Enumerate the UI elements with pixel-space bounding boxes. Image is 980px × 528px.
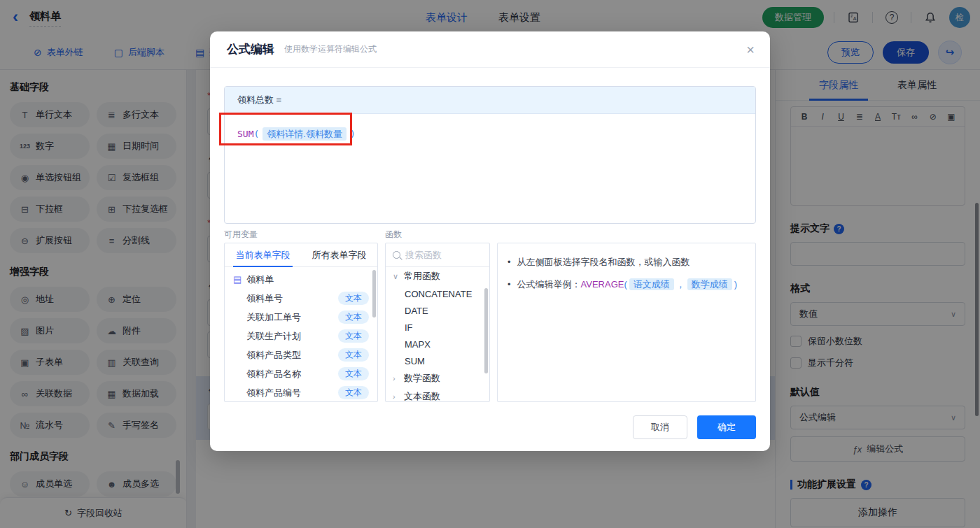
formula-field-chip[interactable]: 领料详情.领料数量 — [262, 127, 346, 141]
function-name: IF — [405, 322, 413, 333]
variable-type-badge: 文本 — [338, 311, 369, 324]
bullet-icon: • — [507, 278, 511, 291]
tip-prefix: 公式编辑举例： — [517, 279, 581, 290]
tip-text: 从左侧面板选择字段名和函数，或输入函数 — [517, 255, 690, 269]
function-group-label: 文本函数 — [404, 390, 440, 402]
tip-line-1: • 从左侧面板选择字段名和函数，或输入函数 — [507, 255, 746, 269]
function-search-input[interactable] — [405, 250, 475, 260]
formula-target: 领料总数 = — [225, 87, 755, 114]
function-item[interactable]: DATE — [386, 302, 489, 319]
variables-tabs: 当前表单字段 所有表单字段 — [225, 243, 377, 267]
tip-example: 公式编辑举例：AVERAGE(语文成绩，数学成绩) — [517, 278, 738, 291]
function-group-text[interactable]: › 文本函数 — [386, 387, 489, 402]
formula-body[interactable]: SUM(领料详情.领料数量) — [225, 114, 755, 155]
chevron-expanded-icon: ∨ — [393, 272, 400, 281]
variable-type-badge: 文本 — [338, 292, 369, 305]
tips-panel: • 从左侧面板选择字段名和函数，或输入函数 • 公式编辑举例：AVERAGE(语… — [497, 243, 756, 402]
search-icon — [393, 251, 400, 259]
variables-scrollbar[interactable] — [372, 270, 376, 317]
comma: ， — [676, 279, 685, 290]
function-item[interactable]: IF — [386, 319, 489, 336]
variable-type-badge: 文本 — [338, 367, 369, 380]
function-name: CONCATENATE — [405, 289, 472, 299]
variable-row[interactable]: 领料产品名称 文本 — [225, 364, 377, 383]
variable-name: 关联生产计划 — [246, 330, 301, 343]
variable-name: 领料产品类型 — [246, 349, 301, 362]
variable-type-badge: 文本 — [338, 348, 369, 362]
example-chip-2: 数学成绩 — [687, 278, 732, 290]
formula-function: SUM — [237, 129, 253, 139]
functions-scrollbar[interactable] — [484, 288, 488, 373]
variable-type-badge: 文本 — [338, 329, 369, 343]
function-name: DATE — [405, 306, 428, 316]
variable-row[interactable]: 关联生产计划 文本 — [225, 327, 377, 345]
modal-panels: 当前表单字段 所有表单字段 ▤ 领料单 领料单号 文本 — [224, 243, 756, 402]
document-icon: ▤ — [233, 274, 241, 285]
variable-row[interactable]: 领料单号 文本 — [225, 289, 377, 308]
variable-name: 领料产品名称 — [246, 368, 301, 380]
variable-type-badge: 文本 — [338, 386, 369, 399]
close-paren: ) — [350, 129, 356, 139]
function-group-label: 数学函数 — [404, 372, 440, 385]
variables-root-label: 领料单 — [246, 273, 274, 286]
modal-header: 公式编辑 使用数学运算符编辑公式 — [210, 31, 770, 68]
open-paren: ( — [624, 279, 626, 290]
variables-list: 领料单号 文本 关联加工单号 文本 关联生产计划 文本 — [225, 289, 377, 402]
function-item[interactable]: MAPX — [386, 336, 489, 352]
function-items: CONCATENATE DATE IF MAPX — [386, 285, 489, 369]
function-item[interactable]: CONCATENATE — [386, 285, 489, 302]
modal-title: 公式编辑 — [227, 41, 274, 57]
function-group-common[interactable]: ∨ 常用函数 — [386, 267, 489, 285]
variables-panel: 当前表单字段 所有表单字段 ▤ 领料单 领料单号 文本 — [224, 243, 378, 402]
panel-labels: 可用变量 函数 — [210, 229, 770, 241]
variable-row[interactable]: 领料产品编号 文本 — [225, 383, 377, 402]
variable-name: 领料单号 — [246, 292, 283, 305]
formula-editor[interactable]: 领料总数 = SUM(领料详情.领料数量) — [224, 86, 756, 224]
function-group-math[interactable]: › 数学函数 — [386, 369, 489, 387]
app-root: ‹ 领料单 表单设计 表单设置 数据管理 A ? 检 ⊘ — [0, 0, 980, 528]
example-function: AVERAGE — [581, 279, 624, 290]
chevron-collapsed-icon: › — [393, 374, 400, 383]
function-name: SUM — [405, 356, 425, 366]
close-icon[interactable]: × — [746, 43, 755, 57]
modal-footer: 取消 确定 — [633, 415, 756, 439]
tab-current-form-fields[interactable]: 当前表单字段 — [225, 243, 301, 266]
modal-subtitle: 使用数学运算符编辑公式 — [284, 43, 377, 55]
function-item[interactable]: SUM — [386, 352, 489, 369]
functions-label: 函数 — [385, 229, 402, 241]
close-paren: ) — [734, 279, 737, 290]
variable-name: 领料产品编号 — [246, 387, 301, 399]
variables-label: 可用变量 — [224, 229, 258, 241]
tab-all-form-fields[interactable]: 所有表单字段 — [301, 243, 377, 266]
variable-name: 关联加工单号 — [246, 311, 301, 324]
open-paren: ( — [253, 129, 259, 139]
function-group-label: 常用函数 — [404, 270, 440, 283]
example-chip-1: 语文成绩 — [629, 278, 674, 290]
tip-line-2: • 公式编辑举例：AVERAGE(语文成绩，数学成绩) — [507, 278, 746, 291]
variables-root[interactable]: ▤ 领料单 — [225, 270, 377, 289]
confirm-button[interactable]: 确定 — [697, 415, 756, 439]
function-search — [386, 243, 489, 267]
variable-row[interactable]: 领料产品类型 文本 — [225, 345, 377, 364]
cancel-button[interactable]: 取消 — [633, 415, 687, 439]
function-name: MAPX — [405, 339, 430, 350]
chevron-collapsed-icon: › — [393, 392, 400, 401]
variable-row[interactable]: 关联加工单号 文本 — [225, 308, 377, 327]
functions-panel: ∨ 常用函数 CONCATENATE DATE — [385, 243, 490, 402]
formula-editor-modal: 公式编辑 使用数学运算符编辑公式 × 领料总数 = SUM(领料详情.领料数量)… — [210, 31, 770, 451]
bullet-icon: • — [507, 255, 511, 269]
